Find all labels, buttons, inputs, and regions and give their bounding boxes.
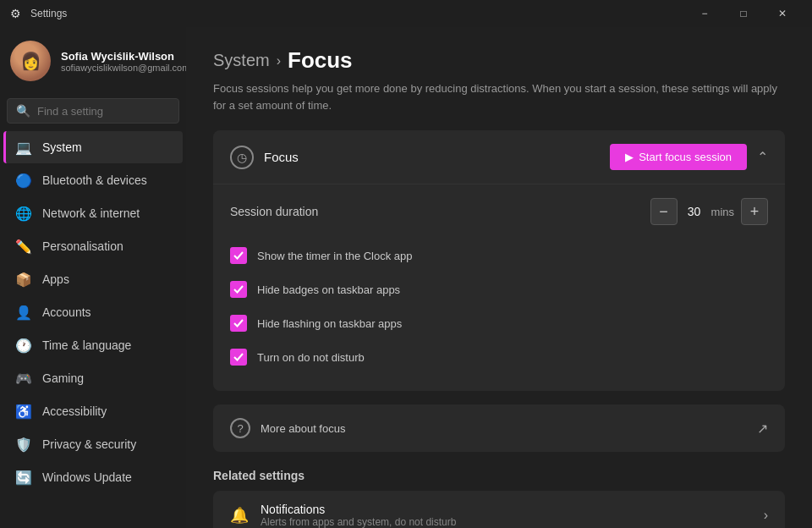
system-icon: 💻 bbox=[15, 139, 32, 156]
personalisation-icon: ✏️ bbox=[15, 238, 32, 255]
maximize-button[interactable]: □ bbox=[724, 0, 763, 27]
sidebar-item-apps[interactable]: 📦 Apps bbox=[3, 263, 183, 295]
focus-card-header: ◷ Focus ▶ Start focus session ⌃ bbox=[213, 130, 785, 184]
title-bar-left: ⚙ Settings bbox=[10, 7, 67, 20]
nav-list: 💻 System 🔵 Bluetooth & devices 🌐 Network… bbox=[0, 130, 186, 528]
sidebar-item-windows-update[interactable]: 🔄 Windows Update bbox=[3, 461, 183, 493]
checkmark-icon bbox=[233, 284, 244, 294]
badges-label: Hide badges on taskbar apps bbox=[257, 283, 400, 296]
timer-label: Show the timer in the Clock app bbox=[257, 250, 413, 262]
breadcrumb-current: Focus bbox=[288, 47, 353, 74]
avatar: 👩 bbox=[10, 41, 51, 81]
sidebar-item-label: Accounts bbox=[42, 305, 91, 319]
sidebar-item-label: Privacy & security bbox=[42, 437, 136, 451]
windows-update-icon: 🔄 bbox=[15, 469, 32, 486]
sidebar-item-label: Network & internet bbox=[42, 206, 140, 220]
apps-icon: 📦 bbox=[15, 271, 32, 288]
toggle-row-timer: Show the timer in the Clock app bbox=[230, 239, 768, 272]
user-name: Sofia Wyciślik-Wilson bbox=[61, 50, 186, 63]
sidebar-item-system[interactable]: 💻 System bbox=[3, 131, 183, 163]
sidebar-item-label: System bbox=[42, 140, 82, 154]
sidebar-item-label: Personalisation bbox=[42, 239, 123, 253]
more-about-left: ? More about focus bbox=[230, 418, 345, 438]
notifications-description: Alerts from apps and system, do not dist… bbox=[261, 516, 456, 528]
search-bar[interactable]: 🔍 bbox=[7, 98, 179, 124]
accounts-icon: 👤 bbox=[15, 304, 32, 321]
focus-circle-icon: ◷ bbox=[230, 146, 254, 169]
accessibility-icon: ♿ bbox=[15, 403, 32, 420]
toggle-row-flashing: Hide flashing on taskbar apps bbox=[230, 306, 768, 340]
chevron-right-icon: › bbox=[764, 508, 768, 523]
start-focus-label: Start focus session bbox=[639, 151, 732, 163]
focus-card-body: Session duration − 30 mins + Show the ti… bbox=[213, 184, 785, 391]
window-controls: − □ ✕ bbox=[685, 0, 802, 27]
toggle-row-badges: Hide badges on taskbar apps bbox=[230, 272, 768, 306]
more-about-focus[interactable]: ? More about focus ↗ bbox=[213, 404, 785, 452]
main-content: System › Focus Focus sessions help you g… bbox=[186, 27, 812, 528]
breadcrumb-system: System bbox=[213, 51, 270, 70]
duration-controls: − 30 mins + bbox=[650, 198, 768, 225]
sidebar-item-label: Time & language bbox=[42, 338, 131, 352]
sidebar-item-bluetooth[interactable]: 🔵 Bluetooth & devices bbox=[3, 164, 183, 196]
sidebar-item-label: Apps bbox=[42, 272, 69, 286]
session-duration-label: Session duration bbox=[230, 205, 318, 218]
checkmark-icon bbox=[233, 318, 244, 328]
avatar-image: 👩 bbox=[10, 41, 51, 81]
badges-checkbox[interactable] bbox=[230, 281, 247, 298]
duration-decrease-button[interactable]: − bbox=[650, 198, 678, 225]
privacy-icon: 🛡️ bbox=[15, 436, 32, 453]
flashing-checkbox[interactable] bbox=[230, 315, 247, 332]
related-settings-title: Related settings bbox=[213, 469, 785, 482]
duration-unit: mins bbox=[711, 206, 734, 218]
related-card-info: Notifications Alerts from apps and syste… bbox=[261, 503, 456, 528]
notifications-title: Notifications bbox=[261, 503, 456, 516]
focus-card-header-left: ◷ Focus bbox=[230, 146, 299, 169]
sidebar-item-time[interactable]: 🕐 Time & language bbox=[3, 329, 183, 361]
sidebar-item-label: Windows Update bbox=[42, 470, 132, 484]
duration-increase-button[interactable]: + bbox=[741, 198, 768, 225]
sidebar: 👩 Sofia Wyciślik-Wilson sofiawycislikwil… bbox=[0, 27, 186, 528]
time-icon: 🕐 bbox=[15, 337, 32, 354]
sidebar-item-privacy[interactable]: 🛡️ Privacy & security bbox=[3, 428, 183, 460]
user-email: sofiawycislikwilson@gmail.com bbox=[61, 63, 186, 73]
sidebar-item-accounts[interactable]: 👤 Accounts bbox=[3, 296, 183, 328]
timer-checkbox[interactable] bbox=[230, 247, 247, 264]
question-icon: ? bbox=[230, 418, 250, 438]
checkmark-icon bbox=[233, 250, 244, 261]
sidebar-item-gaming[interactable]: 🎮 Gaming bbox=[3, 362, 183, 394]
app-icon: ⚙ bbox=[10, 7, 24, 20]
sidebar-item-personalisation[interactable]: ✏️ Personalisation bbox=[3, 230, 183, 262]
sidebar-item-network[interactable]: 🌐 Network & internet bbox=[3, 197, 183, 229]
focus-card-title: Focus bbox=[264, 150, 299, 164]
focus-card: ◷ Focus ▶ Start focus session ⌃ Session … bbox=[213, 130, 785, 391]
notifications-card[interactable]: 🔔 Notifications Alerts from apps and sys… bbox=[213, 491, 785, 528]
dnd-checkbox[interactable] bbox=[230, 349, 247, 366]
title-bar: ⚙ Settings − □ ✕ bbox=[0, 0, 812, 27]
user-profile[interactable]: 👩 Sofia Wyciślik-Wilson sofiawycislikwil… bbox=[0, 27, 186, 95]
app-container: 👩 Sofia Wyciślik-Wilson sofiawycislikwil… bbox=[0, 27, 812, 528]
sidebar-item-label: Bluetooth & devices bbox=[42, 173, 147, 187]
gaming-icon: 🎮 bbox=[15, 370, 32, 387]
start-focus-button[interactable]: ▶ Start focus session bbox=[610, 144, 747, 170]
sidebar-item-accessibility[interactable]: ♿ Accessibility bbox=[3, 395, 183, 427]
user-info: Sofia Wyciślik-Wilson sofiawycislikwilso… bbox=[61, 50, 186, 73]
play-icon: ▶ bbox=[625, 151, 634, 163]
duration-value: 30 bbox=[684, 205, 705, 218]
sidebar-item-label: Accessibility bbox=[42, 404, 107, 418]
minimize-button[interactable]: − bbox=[685, 0, 724, 27]
related-card-left: 🔔 Notifications Alerts from apps and sys… bbox=[230, 503, 456, 528]
checkmark-icon bbox=[233, 352, 244, 362]
close-button[interactable]: ✕ bbox=[763, 0, 802, 27]
title-bar-title: Settings bbox=[30, 8, 67, 19]
flashing-label: Hide flashing on taskbar apps bbox=[257, 317, 402, 330]
search-input[interactable] bbox=[37, 105, 170, 118]
chevron-up-icon[interactable]: ⌃ bbox=[757, 149, 768, 165]
focus-card-header-right: ▶ Start focus session ⌃ bbox=[610, 144, 768, 170]
network-icon: 🌐 bbox=[15, 205, 32, 222]
dnd-label: Turn on do not disturb bbox=[257, 351, 365, 364]
sidebar-item-label: Gaming bbox=[42, 371, 84, 385]
more-about-text: More about focus bbox=[261, 422, 345, 435]
notification-bell-icon: 🔔 bbox=[230, 506, 249, 525]
related-settings-section: Related settings 🔔 Notifications Alerts … bbox=[213, 469, 785, 528]
page-description: Focus sessions help you get more done by… bbox=[213, 80, 785, 113]
